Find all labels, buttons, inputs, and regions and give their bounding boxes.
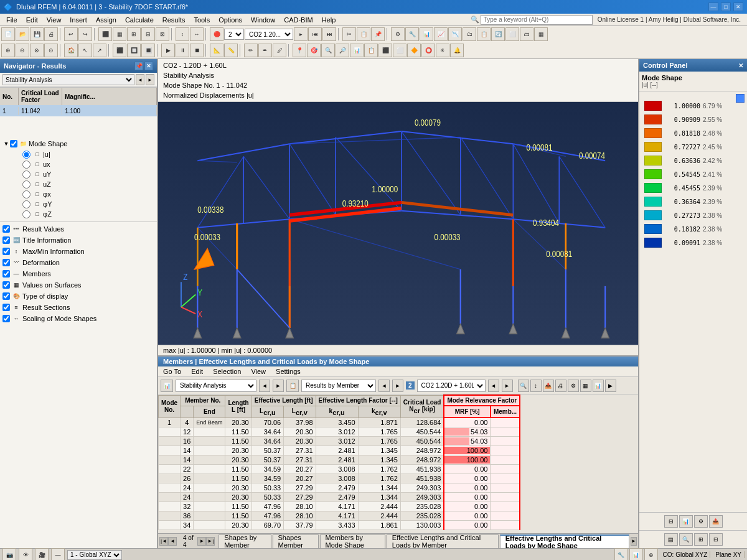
new-btn[interactable]: 📄	[1, 27, 15, 41]
menu-tools[interactable]: Tools	[190, 16, 214, 24]
tb2-btn-2[interactable]: ⊖	[16, 44, 29, 57]
save-btn[interactable]: 💾	[30, 27, 44, 41]
radio-phiy[interactable]	[22, 200, 31, 208]
tb-btn-18[interactable]: 🔧	[405, 27, 419, 41]
tab-prev-btn[interactable]: ◄	[168, 537, 177, 546]
combo-co2[interactable]: 2	[224, 29, 244, 40]
redo-btn[interactable]: ↪	[78, 27, 92, 41]
tb2-btn-4[interactable]: ⊙	[44, 44, 58, 57]
analysis-icon-btn[interactable]: 📊	[161, 380, 173, 392]
settings-btn[interactable]: ⚙	[568, 380, 579, 392]
table-row[interactable]: 1 4 End Beam 20.30 70.06 37.98 3.450 1.8…	[159, 418, 520, 427]
mode-shape-checkbox[interactable]	[10, 140, 17, 147]
tb-btn-22[interactable]: 🗂	[463, 27, 476, 41]
tab-shapes-member2[interactable]: Shapes Member	[273, 534, 319, 548]
mode-phix[interactable]: □ φx	[0, 189, 157, 199]
results-analysis-combo[interactable]: Stability Analysis	[176, 380, 256, 392]
status-btn-1[interactable]: 📷	[2, 548, 16, 561]
tab-first-btn[interactable]: |◄	[159, 537, 168, 546]
results-selection[interactable]: Selection	[210, 367, 243, 376]
tb-btn-8[interactable]: ↕	[176, 27, 189, 41]
results-member-combo[interactable]: Results by Member	[301, 380, 376, 392]
table-row[interactable]: 32 11.50 47.96 28.10 4.171 2.444 235.028…	[159, 502, 520, 511]
prev-results-btn[interactable]: ◄	[378, 380, 390, 392]
tb2-btn-16[interactable]: ✏	[244, 44, 258, 57]
tb-btn-24[interactable]: 🔄	[491, 27, 505, 41]
tb-btn-3[interactable]: ⬛	[98, 27, 112, 41]
cb-result-values[interactable]	[2, 225, 10, 233]
menu-file[interactable]: File	[2, 16, 21, 24]
nav-values-on-surfaces[interactable]: ▦ Values on Surfaces	[0, 279, 157, 291]
tb-btn-9[interactable]: ↔	[190, 27, 204, 41]
menu-insert[interactable]: Insert	[66, 16, 91, 24]
next-analysis-btn[interactable]: ►	[273, 380, 284, 392]
tb-btn-17[interactable]: ⚙	[391, 27, 405, 41]
table-row[interactable]: 14 20.30 50.37 27.31 2.481 1.345 248.972…	[159, 455, 520, 465]
tb2-btn-3[interactable]: ⊗	[30, 44, 44, 57]
results-settings[interactable]: Settings	[273, 367, 303, 376]
menu-assign[interactable]: Assign	[92, 16, 120, 24]
analysis-type-combo[interactable]: Stability Analysis	[2, 74, 134, 85]
tab-eff-by-member[interactable]: Effective Lengths and Critical Loads by …	[387, 534, 499, 548]
legend-table-btn[interactable]: ⊟	[664, 515, 678, 528]
status-right-btn-3[interactable]: ⊕	[644, 548, 658, 561]
mode-shape-parent[interactable]: ▼ 📁 Mode Shape	[0, 138, 157, 149]
menu-edit[interactable]: Edit	[22, 16, 42, 24]
table-row[interactable]: 24 20.30 50.33 27.29 2.479 1.344 249.303…	[159, 483, 520, 493]
layout-btn[interactable]: ▦	[580, 380, 591, 392]
tb2-btn-30[interactable]: 🔔	[450, 44, 464, 57]
nav-type-display[interactable]: 🎨 Type of display	[0, 291, 157, 302]
tab-eff-by-mode[interactable]: Effective Lengths and Critical Loads by …	[500, 534, 629, 548]
legend-chart-btn[interactable]: 📊	[679, 515, 693, 528]
tb2-btn-15[interactable]: 📏	[224, 44, 238, 57]
tb2-btn-27[interactable]: 🔶	[407, 44, 421, 57]
print-results-btn[interactable]: 🖨	[555, 380, 566, 392]
combo-load[interactable]: CO2 1.20...	[245, 29, 293, 40]
mode-u[interactable]: □ |u|	[0, 149, 157, 159]
results-table-area[interactable]: ModeNo. Member No. LengthL [ft] Effectiv…	[158, 394, 638, 533]
tb-btn-10[interactable]: 🔴	[210, 27, 223, 41]
status-btn-4[interactable]: —	[51, 548, 65, 561]
tb2-btn-23[interactable]: 📊	[350, 44, 364, 57]
results-view[interactable]: View	[248, 367, 268, 376]
table-row[interactable]: 34 20.30 69.70 37.79 3.433 1.861 130.003…	[159, 521, 520, 530]
tb-btn-26[interactable]: 🗃	[520, 27, 533, 41]
nav-members[interactable]: — Members	[0, 268, 157, 279]
cb-scaling[interactable]	[2, 315, 10, 322]
tb2-btn-6[interactable]: ↖	[78, 44, 92, 57]
tb2-btn-20[interactable]: 🎯	[307, 44, 321, 57]
status-right-btn-2[interactable]: 📊	[629, 548, 643, 561]
table-row[interactable]: 24 20.30 50.33 27.29 2.479 1.344 249.303…	[159, 493, 520, 502]
tb-btn-23[interactable]: 📋	[477, 27, 491, 41]
radio-uy[interactable]	[22, 170, 31, 179]
radio-u[interactable]	[22, 151, 31, 159]
cb-title-info[interactable]	[2, 236, 10, 244]
results-goto[interactable]: Go To	[161, 367, 184, 376]
prev-analysis-btn[interactable]: ◄	[259, 380, 270, 392]
tb2-btn-5[interactable]: 🏠	[64, 44, 78, 57]
tb-btn-7[interactable]: ⊠	[156, 27, 169, 41]
menu-options[interactable]: Options	[215, 16, 246, 24]
nav-maxmin-info[interactable]: ↕ Max/Min Information	[0, 246, 157, 257]
table-row[interactable]: 36 11.50 47.96 28.10 4.171 2.444 235.028…	[159, 511, 520, 521]
nav-result-values[interactable]: *** Result Values	[0, 223, 157, 235]
maximize-button[interactable]: □	[721, 2, 731, 11]
cb-type-display[interactable]	[2, 292, 10, 300]
prev-co2-btn[interactable]: ◄	[488, 380, 499, 392]
tb2-btn-17[interactable]: ✒	[258, 44, 272, 57]
tb2-btn-10[interactable]: 🔳	[141, 44, 155, 57]
tb-btn-6[interactable]: ⊟	[141, 27, 155, 41]
tb-btn-11[interactable]: ▸	[294, 27, 308, 41]
ctrl-btn-4[interactable]: ⊟	[709, 533, 723, 546]
table-row[interactable]: 14 20.30 50.37 27.31 2.481 1.345 248.972…	[159, 446, 520, 455]
graph-btn[interactable]: 📊	[593, 380, 604, 392]
nav-result-sections[interactable]: ≡ Result Sections	[0, 302, 157, 313]
nav-next-btn[interactable]: ►	[146, 74, 154, 85]
tb-btn-4[interactable]: ▦	[113, 27, 126, 41]
search-input[interactable]	[481, 15, 593, 25]
tb-btn-5[interactable]: ⊞	[127, 27, 141, 41]
cb-values-surfaces[interactable]	[2, 281, 10, 289]
nav-pin-btn[interactable]: 📌	[134, 62, 143, 70]
mode-uz[interactable]: □ uZ	[0, 179, 157, 189]
table-row[interactable]: 1 11.042 1.100	[0, 105, 157, 116]
